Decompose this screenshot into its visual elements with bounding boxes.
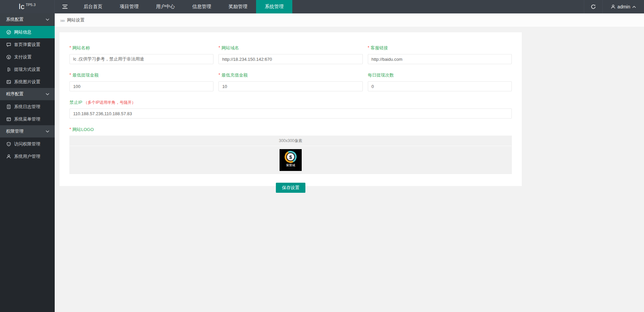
nav-item-users[interactable]: 用户中心 [147, 0, 184, 13]
app-logo-text: lc [19, 2, 25, 11]
sidebar-item-payment-settings[interactable]: 支付设置 [0, 51, 55, 63]
save-settings-button[interactable]: 保存设置 [276, 183, 305, 193]
log-icon [6, 104, 11, 109]
yen-circle-icon [6, 55, 11, 59]
top-nav: 后台首页 项目管理 用户中心 信息管理 奖励管理 系统管理 [75, 0, 292, 13]
sidebar-section-system-config[interactable]: 系统配置 [0, 13, 55, 26]
field-site-domain: *网站域名 [218, 45, 362, 64]
field-min-withdraw: *最低提现金额 [69, 72, 213, 91]
required-asterisk: * [69, 45, 71, 50]
banned-ip-input[interactable] [69, 108, 512, 119]
required-asterisk: * [218, 73, 220, 77]
comment-icon [6, 42, 11, 47]
sidebar-item-label: 首页弹窗设置 [14, 42, 40, 48]
logo-size-hint: 300x300像素 [70, 136, 511, 146]
field-hint: （多个IP请用半角，号隔开） [84, 100, 136, 105]
edit-circle-icon [6, 30, 11, 35]
sidebar: 系统配置 网站信息 首页弹窗设置 支付设置 提现方式设置 系统图片设置 程序配置… [0, 13, 55, 312]
sidebar-section-permissions[interactable]: 权限管理 [0, 125, 55, 138]
hamburger-menu-icon[interactable] [55, 0, 75, 13]
nav-item-rewards[interactable]: 奖励管理 [220, 0, 256, 13]
username: admin [617, 4, 630, 9]
required-asterisk: * [69, 127, 71, 132]
section-title: 系统配置 [6, 16, 23, 23]
site-domain-input[interactable] [218, 54, 362, 64]
sidebar-item-system-menus[interactable]: 系统菜单管理 [0, 113, 55, 125]
field-site-name: *网站名称 [69, 45, 213, 64]
field-label: *网站LOGO [69, 127, 512, 133]
topbar-right: admin [584, 0, 644, 13]
sidebar-item-access-permissions[interactable]: 访问权限管理 [0, 138, 55, 150]
sidebar-item-label: 系统日志管理 [14, 104, 40, 110]
logo-upload-box: 300x300像素 $ 紫禁城 · · · · · · [69, 136, 512, 174]
sidebar-item-label: 支付设置 [14, 54, 32, 60]
user-menu[interactable]: admin [602, 0, 644, 13]
logo-preview-area: $ 紫禁城 · · · · · · [70, 146, 511, 174]
nav-item-projects[interactable]: 项目管理 [111, 0, 147, 13]
settings-form-card: *网站名称 *网站域名 *客服链接 *最低提现金额 *最低充值金额 每日提现 [59, 32, 522, 186]
nav-item-info[interactable]: 信息管理 [184, 0, 220, 13]
required-asterisk: * [69, 73, 71, 77]
topbar: lc TP5.3 后台首页 项目管理 用户中心 信息管理 奖励管理 系统管理 a… [0, 0, 644, 13]
required-asterisk: * [368, 45, 369, 50]
service-link-input[interactable] [368, 54, 512, 64]
breadcrumb: »» 网站设置 [55, 13, 644, 27]
field-banned-ip: 禁止IP （多个IP请用半角，号隔开） [69, 99, 512, 119]
field-label: *最低提现金额 [69, 72, 213, 78]
field-min-recharge: *最低充值金额 [218, 72, 362, 91]
section-title: 程序配置 [6, 91, 23, 97]
logo-brand-text: 紫禁城 [286, 164, 295, 167]
sidebar-item-site-info[interactable]: 网站信息 [0, 26, 55, 38]
field-site-logo: *网站LOGO 300x300像素 $ 紫禁城 · · · · · · [69, 127, 512, 174]
app-logo[interactable]: lc TP5.3 [0, 0, 55, 13]
double-chevron-icon: »» [60, 17, 64, 23]
nav-item-dashboard[interactable]: 后台首页 [75, 0, 111, 13]
sidebar-section-program-config[interactable]: 程序配置 [0, 88, 55, 100]
field-label: *网站名称 [69, 45, 213, 51]
shield-check-icon [6, 142, 11, 146]
user-icon [611, 4, 615, 9]
nav-item-system[interactable]: 系统管理 [256, 0, 292, 13]
sidebar-item-popup-settings[interactable]: 首页弹窗设置 [0, 38, 55, 51]
sidebar-item-system-users[interactable]: 系统用户管理 [0, 150, 55, 163]
chevron-down-icon [46, 130, 49, 133]
logo-ring-graphic: $ [283, 149, 298, 164]
menu-grid-icon [6, 117, 11, 122]
user-icon [6, 154, 11, 159]
sidebar-item-label: 提现方式设置 [14, 66, 40, 73]
logo-subtext-line: · · · · · · [288, 168, 293, 169]
sidebar-item-label: 系统图片设置 [14, 79, 40, 85]
dollar-icon: $ [287, 153, 294, 161]
field-label: *网站域名 [218, 45, 362, 51]
min-withdraw-input[interactable] [69, 81, 213, 91]
field-service-link: *客服链接 [368, 45, 512, 64]
main-content: »» 网站设置 *网站名称 *网站域名 *客服链接 *最低提现金额 [55, 13, 644, 312]
sidebar-item-label: 网站信息 [14, 29, 32, 35]
app-logo-version: TP5.3 [26, 3, 36, 7]
field-label: *客服链接 [368, 45, 512, 51]
field-daily-withdraw-count: 每日提现次数 [368, 72, 512, 91]
chevron-down-icon [46, 18, 49, 21]
chevron-down-icon [46, 93, 49, 95]
bitcoin-icon [6, 67, 11, 72]
image-icon [6, 80, 11, 84]
sidebar-item-label: 访问权限管理 [14, 141, 40, 147]
field-label: 禁止IP （多个IP请用半角，号隔开） [69, 99, 512, 105]
required-asterisk: * [218, 45, 220, 50]
breadcrumb-current: 网站设置 [67, 17, 85, 23]
section-title: 权限管理 [6, 128, 23, 134]
min-recharge-input[interactable] [218, 81, 362, 91]
field-label: 每日提现次数 [368, 72, 512, 78]
daily-withdraw-count-input[interactable] [368, 81, 512, 91]
sidebar-item-system-logs[interactable]: 系统日志管理 [0, 100, 55, 113]
sidebar-item-withdraw-settings[interactable]: 提现方式设置 [0, 63, 55, 76]
sidebar-item-label: 系统菜单管理 [14, 116, 40, 122]
sidebar-item-label: 系统用户管理 [14, 153, 40, 160]
field-label: *最低充值金额 [218, 72, 362, 78]
refresh-icon[interactable] [584, 0, 602, 13]
site-name-input[interactable] [69, 54, 213, 64]
site-logo-image[interactable]: $ 紫禁城 · · · · · · [280, 149, 302, 171]
sidebar-item-image-settings[interactable]: 系统图片设置 [0, 76, 55, 88]
chevron-up-icon [632, 6, 636, 8]
